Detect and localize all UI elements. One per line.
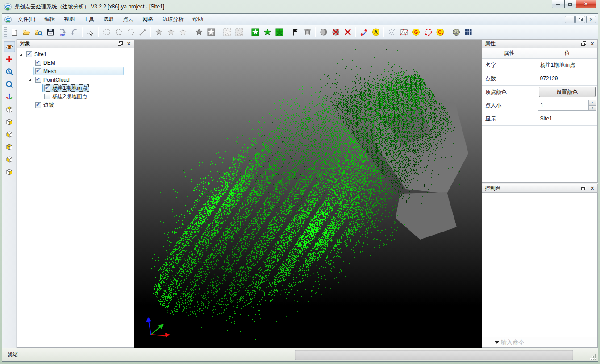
rect-select-button[interactable] xyxy=(100,26,112,38)
star-green-box-2-button[interactable] xyxy=(273,26,285,38)
cube-front-button[interactable] xyxy=(4,128,15,140)
menu-item-2[interactable]: 编辑 xyxy=(40,14,59,25)
zoom-button[interactable] xyxy=(4,79,15,90)
cube-left-button[interactable] xyxy=(4,153,15,165)
star-box-dashed-1-button[interactable] xyxy=(221,26,233,38)
ellipse-select-icon xyxy=(126,28,135,37)
property-value-1[interactable]: 杨崖1期地面点 xyxy=(537,58,597,72)
flag-button[interactable] xyxy=(289,26,301,38)
set-color-button[interactable]: 设置颜色 xyxy=(539,87,596,97)
scatter-points-button[interactable] xyxy=(386,26,398,38)
mdi-minimize-button[interactable] xyxy=(565,16,575,23)
console-panel-float-button[interactable] xyxy=(580,185,587,191)
tree-row-4[interactable]: PointCloud xyxy=(17,75,134,84)
point-cloud-canvas[interactable] xyxy=(134,40,482,348)
viewport-3d[interactable] xyxy=(134,39,482,348)
zoom-all-button[interactable]: A xyxy=(4,66,15,77)
path-nodes-button[interactable] xyxy=(358,26,370,38)
menu-item-1[interactable]: 文件(F) xyxy=(13,14,40,25)
property-value-5[interactable]: Site1 xyxy=(537,112,597,125)
visibility-checkbox[interactable] xyxy=(35,102,41,108)
command-history-dropdown-icon[interactable] xyxy=(495,341,499,344)
window-maximize-button[interactable] xyxy=(564,0,576,8)
export-arrow-button[interactable] xyxy=(68,26,80,38)
save-button[interactable] xyxy=(44,26,56,38)
ellipse-select-button[interactable] xyxy=(125,26,137,38)
badge-c2-icon: C2 xyxy=(436,28,445,37)
badge-g-button[interactable]: G xyxy=(410,26,422,38)
polygon-select-button[interactable] xyxy=(112,26,125,38)
tree-row-5[interactable]: 杨崖1期地面点 xyxy=(17,84,134,92)
expand-arrow-icon[interactable] xyxy=(20,53,22,56)
visibility-checkbox[interactable] xyxy=(44,85,50,91)
trash-button[interactable] xyxy=(301,26,313,38)
star-green-button[interactable] xyxy=(261,26,273,38)
cube-bottom-button[interactable] xyxy=(4,116,15,127)
tree-row-6[interactable]: 杨崖2期地面点 xyxy=(17,92,134,101)
line-select-button[interactable] xyxy=(137,26,149,38)
properties-panel-float-button[interactable] xyxy=(580,41,587,47)
grid-table-button[interactable] xyxy=(462,26,474,38)
tree-row-3[interactable]: Mesh xyxy=(17,67,134,75)
cube-right-button[interactable] xyxy=(4,166,15,177)
console-panel-close-button[interactable]: ✕ xyxy=(589,185,596,191)
circle-dashed-red-button[interactable] xyxy=(422,26,434,38)
star-green-box-button[interactable] xyxy=(249,26,261,38)
menu-item-6[interactable]: 点云 xyxy=(118,14,138,25)
sphere-delete-button[interactable] xyxy=(329,26,342,38)
badge-a-button[interactable]: A xyxy=(370,26,382,38)
menu-item-8[interactable]: 边坡分析 xyxy=(158,14,188,25)
pick-select-button[interactable] xyxy=(84,26,96,38)
visibility-checkbox[interactable] xyxy=(35,60,41,66)
command-input[interactable] xyxy=(501,339,597,346)
star-dashed-3-button[interactable] xyxy=(177,26,189,38)
tree-row-2[interactable]: DEM xyxy=(17,58,134,67)
red-plus-button[interactable] xyxy=(4,54,15,65)
open-folder-button[interactable] xyxy=(20,26,32,38)
visibility-checkbox[interactable] xyxy=(35,68,41,74)
objects-panel-close-button[interactable]: ✕ xyxy=(125,41,132,47)
mesh-wire-button[interactable] xyxy=(398,26,410,38)
tree-row-7[interactable]: 边坡 xyxy=(17,101,134,109)
visibility-checkbox[interactable] xyxy=(26,51,32,57)
star-box-dashed-2-button[interactable] xyxy=(233,26,245,38)
new-file-button[interactable] xyxy=(8,26,20,38)
cube-top-button[interactable] xyxy=(4,103,15,115)
mdi-restore-button[interactable] xyxy=(575,16,585,23)
geodesic-sphere-button[interactable] xyxy=(450,26,462,38)
star-dashed-1-button[interactable] xyxy=(153,26,165,38)
menu-item-7[interactable]: 网格 xyxy=(138,14,158,25)
objects-panel-float-button[interactable] xyxy=(117,41,124,47)
window-close-button[interactable]: ✕ xyxy=(576,0,596,8)
menu-item-9[interactable]: 帮助 xyxy=(188,14,208,25)
cube-back-button[interactable] xyxy=(4,141,15,152)
sphere-shaded-button[interactable] xyxy=(317,26,329,38)
point-size-spinbox[interactable]: 1▲▼ xyxy=(538,100,597,111)
geodesic-sphere-icon xyxy=(452,28,461,37)
eye-view-button[interactable] xyxy=(4,41,15,52)
menu-item-3[interactable]: 视图 xyxy=(59,14,79,25)
menu-item-5[interactable]: 选取 xyxy=(99,14,118,25)
import-file-button[interactable]: file xyxy=(56,26,68,38)
visibility-checkbox[interactable] xyxy=(44,94,50,99)
expand-arrow-icon[interactable] xyxy=(29,79,31,81)
properties-panel-close-button[interactable]: ✕ xyxy=(589,41,596,47)
spin-up-button[interactable]: ▲ xyxy=(589,100,596,106)
star-dashed-2-button[interactable] xyxy=(165,26,177,38)
axis-triad-button[interactable] xyxy=(4,91,15,102)
resize-grip[interactable] xyxy=(591,354,596,360)
open-search-button[interactable] xyxy=(32,26,44,38)
tree-row-1[interactable]: Site1 xyxy=(17,50,134,58)
delete-x-button[interactable] xyxy=(342,26,354,38)
spin-down-button[interactable]: ▼ xyxy=(589,106,596,111)
menu-item-4[interactable]: 工具 xyxy=(79,14,99,25)
point-size-value[interactable]: 1 xyxy=(538,102,589,108)
visibility-checkbox[interactable] xyxy=(35,77,41,83)
star-inverse-box-button[interactable] xyxy=(205,26,217,38)
toolbar-drag-handle[interactable] xyxy=(4,27,7,37)
window-minimize-button[interactable] xyxy=(552,0,565,8)
mdi-close-button[interactable]: ✕ xyxy=(586,16,596,23)
badge-c2-button[interactable]: C2 xyxy=(434,26,446,38)
property-value-2[interactable]: 972129 xyxy=(537,72,597,85)
star-solid-button[interactable] xyxy=(193,26,205,38)
